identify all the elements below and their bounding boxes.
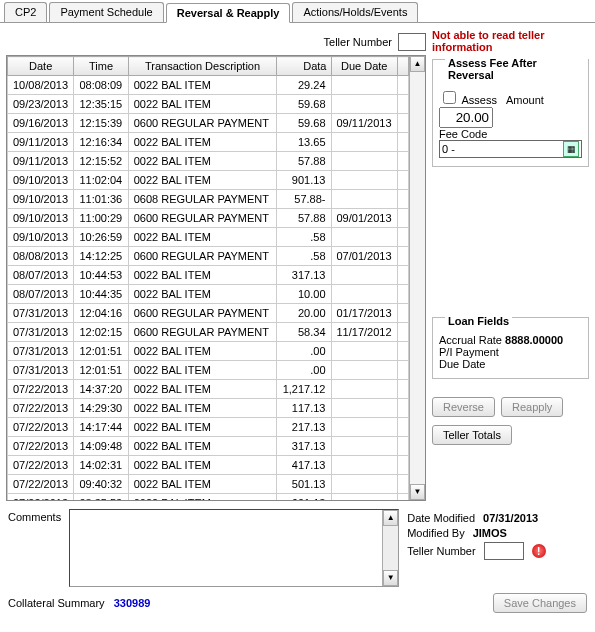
collateral-summary-label: Collateral Summary (8, 597, 105, 609)
assess-label: Assess (461, 94, 496, 106)
teller-number-input[interactable] (398, 33, 426, 51)
fee-code-dropdown-icon[interactable]: ▦ (563, 141, 579, 157)
table-row[interactable]: 09/11/201312:15:520022 BAL ITEM57.88 (8, 152, 409, 171)
table-row[interactable]: 10/08/201308:08:090022 BAL ITEM29.24 (8, 76, 409, 95)
table-row[interactable]: 08/07/201310:44:530022 BAL ITEM317.13 (8, 266, 409, 285)
comments-textarea[interactable]: ▲ ▼ (69, 509, 399, 587)
table-row[interactable]: 07/22/201314:37:200022 BAL ITEM1,217.12 (8, 380, 409, 399)
due-date-label: Due Date (439, 358, 485, 370)
table-row[interactable]: 07/22/201314:17:440022 BAL ITEM217.13 (8, 418, 409, 437)
col-time[interactable]: Time (74, 57, 128, 76)
reverse-button[interactable]: Reverse (432, 397, 495, 417)
teller-warning: Not able to read teller information (432, 29, 589, 53)
teller-number-bottom-label: Teller Number (407, 545, 475, 557)
table-row[interactable]: 08/07/201310:44:350022 BAL ITEM10.00 (8, 285, 409, 304)
amount-label: Amount (506, 94, 544, 106)
loan-fields-title: Loan Fields (445, 315, 512, 327)
collateral-summary-value[interactable]: 330989 (114, 597, 151, 609)
reapply-button[interactable]: Reapply (501, 397, 563, 417)
assess-checkbox[interactable] (443, 91, 456, 104)
table-row[interactable]: 09/10/201311:02:040022 BAL ITEM901.13 (8, 171, 409, 190)
table-row[interactable]: 09/10/201311:00:290600 REGULAR PAYMENT57… (8, 209, 409, 228)
col-data[interactable]: Data (277, 57, 331, 76)
comments-label: Comments (8, 509, 61, 523)
grid-header-row: Date Time Transaction Description Data D… (8, 57, 409, 76)
accrual-rate-label: Accrual Rate (439, 334, 502, 346)
teller-number-bottom-input[interactable] (484, 542, 524, 560)
table-row[interactable]: 09/23/201312:35:150022 BAL ITEM59.68 (8, 95, 409, 114)
transaction-grid: Date Time Transaction Description Data D… (6, 55, 426, 501)
tab-actions-holds-events[interactable]: Actions/Holds/Events (292, 2, 418, 22)
table-row[interactable]: 09/16/201312:15:390600 REGULAR PAYMENT59… (8, 114, 409, 133)
date-modified-value: 07/31/2013 (483, 512, 538, 524)
col-end (397, 57, 408, 76)
col-desc[interactable]: Transaction Description (128, 57, 277, 76)
modified-by-label: Modified By (407, 527, 464, 539)
fee-code-label: Fee Code (439, 128, 487, 140)
scroll-down-icon[interactable]: ▼ (410, 484, 425, 500)
teller-number-label: Teller Number (324, 36, 392, 48)
tab-cp2[interactable]: CP2 (4, 2, 47, 22)
scroll-up-icon[interactable]: ▲ (383, 510, 398, 526)
scroll-up-icon[interactable]: ▲ (410, 56, 425, 72)
fee-code-select[interactable]: 0 - ▦ (439, 140, 582, 158)
assess-fee-title: Assess Fee After Reversal (445, 57, 588, 81)
date-modified-label: Date Modified (407, 512, 475, 524)
tab-payment-schedule[interactable]: Payment Schedule (49, 2, 163, 22)
table-row[interactable]: 07/31/201312:01:510022 BAL ITEM.00 (8, 361, 409, 380)
table-row[interactable]: 09/10/201310:26:590022 BAL ITEM.58 (8, 228, 409, 247)
table-row[interactable]: 08/08/201314:12:250600 REGULAR PAYMENT.5… (8, 247, 409, 266)
table-row[interactable]: 09/10/201311:01:360608 REGULAR PAYMENT57… (8, 190, 409, 209)
modified-by-value: JIMOS (473, 527, 507, 539)
grid-scrollbar[interactable]: ▲ ▼ (409, 56, 425, 500)
accrual-rate-value: 8888.00000 (505, 334, 563, 346)
table-row[interactable]: 07/22/201314:02:310022 BAL ITEM417.13 (8, 456, 409, 475)
table-row[interactable]: 07/22/201308:35:530022 BAL ITEM601.13 (8, 494, 409, 501)
tab-strip: CP2 Payment Schedule Reversal & Reapply … (0, 0, 595, 23)
scroll-down-icon[interactable]: ▼ (383, 570, 398, 586)
col-due[interactable]: Due Date (331, 57, 397, 76)
table-row[interactable]: 07/22/201309:40:320022 BAL ITEM501.13 (8, 475, 409, 494)
tab-reversal-reapply[interactable]: Reversal & Reapply (166, 3, 291, 23)
save-changes-button[interactable]: Save Changes (493, 593, 587, 613)
table-row[interactable]: 07/22/201314:09:480022 BAL ITEM317.13 (8, 437, 409, 456)
table-row[interactable]: 07/31/201312:02:150600 REGULAR PAYMENT58… (8, 323, 409, 342)
teller-totals-button[interactable]: Teller Totals (432, 425, 512, 445)
amount-input[interactable] (439, 107, 493, 128)
table-row[interactable]: 07/31/201312:04:160600 REGULAR PAYMENT20… (8, 304, 409, 323)
error-icon: ! (532, 544, 546, 558)
pi-payment-label: P/I Payment (439, 346, 499, 358)
table-row[interactable]: 09/11/201312:16:340022 BAL ITEM13.65 (8, 133, 409, 152)
col-date[interactable]: Date (8, 57, 74, 76)
fee-code-value: 0 - (442, 143, 455, 155)
table-row[interactable]: 07/31/201312:01:510022 BAL ITEM.00 (8, 342, 409, 361)
table-row[interactable]: 07/22/201314:29:300022 BAL ITEM117.13 (8, 399, 409, 418)
